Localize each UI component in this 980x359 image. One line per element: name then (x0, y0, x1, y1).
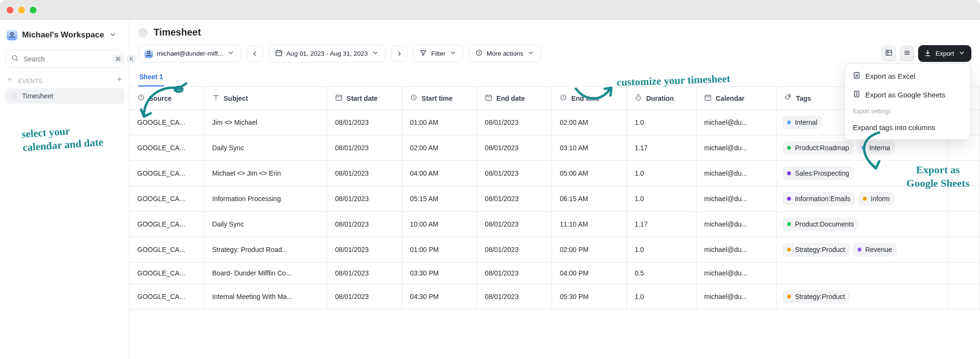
window-minimize-dot[interactable] (18, 7, 25, 13)
table-row[interactable]: GOOGLE_CA...Daily Sync08/01/202310:00 AM… (130, 212, 980, 237)
tag-swatch (787, 222, 791, 226)
tag[interactable]: Product:Documents (782, 217, 859, 231)
page-title: Timesheet (154, 27, 201, 38)
filter-icon (419, 49, 427, 58)
table-row[interactable]: GOOGLE_CA...Information Processing08/01/… (130, 186, 980, 212)
account-label: michael@dunder-miff... (157, 50, 223, 57)
filter-button[interactable]: Filter (413, 45, 463, 62)
window-zoom-dot[interactable] (30, 7, 36, 13)
cell-start_date: 08/01/2023 (327, 263, 402, 284)
col-label: Source (149, 95, 171, 102)
tag-label: Internal (795, 119, 817, 126)
table-row[interactable]: GOOGLE_CA...Internal Meeting With Ma...0… (130, 284, 980, 310)
tag[interactable]: Product:Roadmap (782, 141, 854, 155)
export-expand-tags[interactable]: Expand tags into columns (848, 119, 967, 136)
col-source[interactable]: Source (130, 87, 204, 110)
stopwatch-icon (634, 94, 642, 103)
workspace-switcher[interactable]: Michael's Workspace (0, 25, 129, 45)
export-expand-tags-label: Expand tags into columns (853, 123, 935, 132)
cell-tags: Strategy:ProductRevenue (777, 237, 948, 263)
cell-tags: Information:EmailsInform (777, 186, 948, 212)
chevron-down-icon (371, 49, 379, 58)
cell-tags: Sales:Prospecting (777, 161, 948, 186)
tag-label: Interna (869, 144, 890, 152)
col-subject[interactable]: Subject (204, 87, 327, 110)
sidebar-section-events[interactable]: EVENTS (0, 72, 129, 87)
tag[interactable]: Interna (857, 141, 895, 155)
cell-end_time: 11:10 AM (552, 212, 627, 237)
cell-start_date: 08/01/2023 (327, 110, 402, 135)
window-titlebar (0, 0, 980, 20)
cell-hash (948, 284, 980, 310)
export-menu[interactable]: Export as ExcelExport as Google Sheets E… (845, 63, 970, 140)
cell-hash (948, 263, 980, 284)
col-label: End time (571, 95, 599, 102)
view-list-button[interactable] (900, 46, 914, 61)
account-select[interactable]: michael@dunder-miff... (138, 45, 241, 62)
cell-duration: 0.5 (627, 263, 696, 284)
cell-end_date: 08/01/2023 (477, 186, 552, 212)
cell-start_time: 02:00 AM (402, 135, 477, 161)
cell-source: GOOGLE_CA... (130, 110, 204, 135)
cell-calendar: michael@du... (696, 263, 777, 284)
search-input[interactable]: ⌘ K (6, 50, 123, 68)
cell-start_time: 05:15 AM (402, 186, 477, 212)
date-range-button[interactable]: Aug 01, 2023 - Aug 31, 2023 (269, 45, 386, 62)
calendar-icon (485, 94, 492, 103)
svg-rect-3 (276, 50, 282, 56)
cell-calendar: michael@du... (696, 161, 777, 186)
col-start_date[interactable]: Start date (327, 87, 402, 110)
tag[interactable]: Sales:Prospecting (782, 167, 854, 180)
cell-calendar: michael@du... (696, 284, 777, 310)
prev-range-button[interactable] (247, 46, 263, 62)
col-start_time[interactable]: Start time (402, 87, 477, 110)
plus-icon[interactable] (116, 75, 123, 84)
tag[interactable]: Internal (782, 116, 822, 129)
next-range-button[interactable] (391, 46, 407, 62)
cell-source: GOOGLE_CA... (130, 135, 204, 161)
tag[interactable]: Information:Emails (782, 192, 855, 205)
cell-tags: Strategy:Product (777, 284, 948, 310)
cell-duration: 1.17 (627, 212, 696, 237)
table-row[interactable]: GOOGLE_CA...Strategy: Product Road...08/… (130, 237, 980, 263)
tag-swatch (787, 146, 791, 150)
cell-end_date: 08/01/2023 (477, 237, 552, 263)
view-table-button[interactable] (882, 46, 896, 61)
search-icon (11, 54, 19, 63)
cell-subject: Board- Dunder Mifflin Co... (204, 263, 327, 284)
cell-end_time: 05:00 AM (552, 161, 627, 186)
table-row[interactable]: GOOGLE_CA...Michael <> Jim <> Erin08/01/… (130, 161, 980, 186)
cell-calendar: michael@du... (696, 237, 777, 263)
col-duration[interactable]: Duration (627, 87, 696, 110)
tag[interactable]: Strategy:Product (782, 243, 849, 256)
sidebar-item-label: Timesheet (22, 92, 53, 100)
export-item-export-as-excel[interactable]: Export as Excel (848, 67, 967, 85)
tag[interactable]: Strategy:Product (782, 290, 849, 303)
col-end_date[interactable]: End date (477, 87, 552, 110)
export-button[interactable]: Export (918, 45, 971, 62)
cell-duration: 1.17 (627, 135, 696, 161)
col-calendar[interactable]: Calendar (696, 87, 777, 110)
cell-end_time: 05:30 PM (552, 284, 627, 310)
tag[interactable]: Revenue (853, 243, 897, 256)
svg-rect-6 (336, 95, 342, 100)
tag-swatch (787, 120, 791, 124)
export-item-export-as-google-sheets[interactable]: Export as Google Sheets (848, 85, 967, 104)
col-end_time[interactable]: End time (552, 87, 627, 110)
table-row[interactable]: GOOGLE_CA...Board- Dunder Mifflin Co...0… (130, 263, 980, 284)
window-close-dot[interactable] (7, 7, 13, 13)
sidebar-item-timesheet[interactable]: Timesheet (5, 88, 124, 104)
avatar (7, 30, 17, 40)
item-icon (11, 93, 17, 99)
search-field[interactable] (23, 55, 108, 63)
more-actions-button[interactable]: More actions (469, 45, 541, 62)
tab-sheet-1[interactable]: Sheet 1 (138, 68, 164, 86)
cell-hash (948, 237, 980, 263)
tag-swatch (863, 197, 867, 201)
cell-start_date: 08/01/2023 (327, 186, 402, 212)
cell-start_time: 01:00 PM (402, 237, 477, 263)
avatar (144, 49, 153, 58)
date-range-label: Aug 01, 2023 - Aug 31, 2023 (287, 50, 368, 57)
tag[interactable]: Inform (858, 192, 895, 205)
cell-subject: Internal Meeting With Ma... (204, 284, 327, 310)
